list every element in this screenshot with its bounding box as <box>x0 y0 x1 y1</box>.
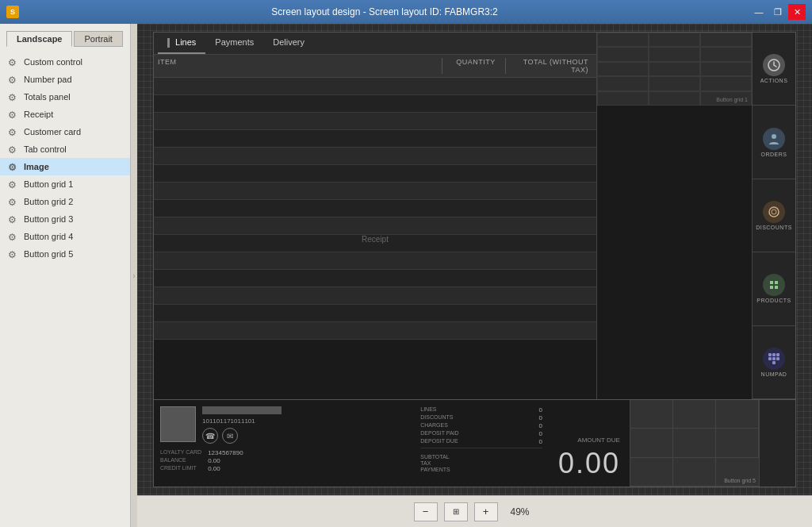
sidebar-item-btn-grid-2[interactable]: ⚙ Button grid 2 <box>0 193 130 210</box>
credit-limit-value: 0.00 <box>208 465 408 472</box>
col-total: TOTAL (WITHOUT TAX) <box>505 58 592 74</box>
balance-value: 0.00 <box>208 457 408 464</box>
view-tabs: Landscape Portrait <box>0 28 130 47</box>
sidebar-item-btn-grid-5[interactable]: ⚙ Button grid 5 <box>0 245 130 263</box>
zoom-grid-button[interactable]: ⊞ <box>444 502 468 521</box>
grid-cell[interactable] <box>649 47 700 61</box>
totals-tax-row: TAX <box>420 460 542 466</box>
table-row <box>154 217 596 235</box>
resize-handle[interactable] <box>131 24 137 527</box>
totals-deposit-due-row: DEPOSIT DUE 0 <box>420 438 542 445</box>
email-button[interactable]: ✉ <box>222 428 238 444</box>
totals-subtotal-row: SUBTOTAL <box>420 454 542 460</box>
grid-cell[interactable] <box>700 62 752 76</box>
bottom-grid-cell[interactable]: Button grid 5 <box>716 458 759 487</box>
phone-button[interactable]: ☎ <box>202 428 218 444</box>
discounts-button[interactable]: DISCOUNTS <box>753 179 795 252</box>
receipt-rows: Receipt <box>154 78 596 399</box>
bottom-grid-cell[interactable] <box>630 429 673 457</box>
svg-point-1 <box>772 134 776 139</box>
sidebar-item-number-pad[interactable]: ⚙ Number pad <box>0 71 130 88</box>
grid-cell[interactable] <box>649 91 700 106</box>
grid-cell[interactable] <box>700 76 752 90</box>
table-row <box>154 78 596 95</box>
svg-rect-14 <box>772 361 776 364</box>
sidebar-item-receipt[interactable]: ⚙ Receipt <box>0 106 130 123</box>
button-grid-area: Button grid 1 <box>597 33 752 399</box>
tab-portrait[interactable]: Portrait <box>74 31 122 47</box>
orders-button[interactable]: ORDERS <box>753 106 795 179</box>
totals-payments-row: PAYMENTS <box>420 467 542 472</box>
bottom-grid-inner: Button grid 5 <box>630 400 759 487</box>
grid-cell[interactable] <box>597 33 649 47</box>
bottom-grid-cell[interactable] <box>630 458 673 487</box>
tab-delivery[interactable]: Delivery <box>263 33 314 54</box>
sidebar-item-btn-grid-3[interactable]: ⚙ Button grid 3 <box>0 210 130 228</box>
grid-cell[interactable] <box>700 33 752 47</box>
products-button[interactable]: PRODUCTS <box>753 252 795 325</box>
svg-point-3 <box>772 210 776 214</box>
zoom-plus-button[interactable]: + <box>474 502 498 521</box>
receipt-area: Lines Payments Delivery ITEM QUANTITY TO… <box>154 33 597 399</box>
grid-cell[interactable] <box>649 62 700 76</box>
grid-cell[interactable] <box>597 62 649 76</box>
bottom-area: 101101171011101 ☎ ✉ LOYALTY CARD 1234567… <box>154 399 795 487</box>
sidebar-item-totals-panel[interactable]: ⚙ Totals panel <box>0 88 130 106</box>
charges-value: 0 <box>538 422 542 429</box>
gear-icon: ⚙ <box>8 92 17 102</box>
orders-label: ORDERS <box>761 152 787 157</box>
customer-top: 101101171011101 ☎ ✉ <box>160 406 408 444</box>
customer-avatar <box>160 406 196 442</box>
discounts-label: DISCOUNTS <box>420 414 453 421</box>
payments-label: PAYMENTS <box>420 467 450 472</box>
sidebar-item-custom-control[interactable]: ⚙ Custom control <box>0 53 130 71</box>
grid-cell[interactable] <box>700 47 752 61</box>
totals-deposit-paid-row: DEPOSIT PAID 0 <box>420 430 542 437</box>
products-icon <box>763 274 785 296</box>
tab-landscape[interactable]: Landscape <box>6 31 72 47</box>
receipt-tabs: Lines Payments Delivery <box>154 33 596 55</box>
bottom-grid-cell[interactable] <box>630 400 673 429</box>
svg-rect-12 <box>772 357 776 360</box>
grid-cell[interactable] <box>649 33 700 47</box>
grid-cell[interactable] <box>597 91 649 106</box>
tab-lines[interactable]: Lines <box>158 33 205 54</box>
grid-cell[interactable] <box>597 76 649 90</box>
close-button[interactable]: ✕ <box>788 4 806 20</box>
actions-button[interactable]: ACTIONS <box>753 33 795 106</box>
receipt-placeholder: Receipt <box>362 234 389 243</box>
grid-cell[interactable]: Button grid 1 <box>700 91 752 106</box>
amount-due-label: AMOUNT DUE <box>577 437 620 444</box>
tab-payments[interactable]: Payments <box>205 33 263 54</box>
grid-cell[interactable] <box>649 76 700 90</box>
bottom-grid-cell[interactable] <box>716 400 759 429</box>
svg-rect-9 <box>772 353 776 356</box>
sidebar-item-btn-grid-4[interactable]: ⚙ Button grid 4 <box>0 228 130 245</box>
bottom-grid-cell[interactable] <box>673 429 716 457</box>
bottom-grid-cell[interactable] <box>716 429 759 457</box>
deposit-paid-label: DEPOSIT PAID <box>420 430 458 437</box>
gear-icon: ⚙ <box>8 232 17 241</box>
gear-icon: ⚙ <box>8 249 17 259</box>
sidebar-item-image[interactable]: ⚙ Image <box>0 158 130 175</box>
svg-rect-5 <box>775 281 778 284</box>
sidebar-item-btn-grid-1[interactable]: ⚙ Button grid 1 <box>0 175 130 193</box>
numpad-button[interactable]: NUMPAD <box>753 326 795 399</box>
bottom-grid-cell[interactable] <box>673 400 716 429</box>
minimize-button[interactable]: — <box>750 4 768 20</box>
balance-label: BALANCE <box>160 457 201 464</box>
sidebar-item-tab-control[interactable]: ⚙ Tab control <box>0 140 130 158</box>
numpad-icon <box>763 348 785 370</box>
table-row <box>154 148 596 165</box>
restore-button[interactable]: ❐ <box>769 4 787 20</box>
loyalty-card-value: 1234567890 <box>208 449 408 456</box>
totals-discounts-row: DISCOUNTS 0 <box>420 414 542 421</box>
zoom-level-display: 49% <box>504 506 536 517</box>
sidebar-item-customer-card[interactable]: ⚙ Customer card <box>0 123 130 140</box>
subtotal-label: SUBTOTAL <box>420 454 449 460</box>
table-row <box>154 113 596 130</box>
bottom-grid-cell[interactable] <box>673 458 716 487</box>
zoom-minus-button[interactable]: − <box>414 502 438 521</box>
grid-cell[interactable] <box>597 47 649 61</box>
loyalty-card-label: LOYALTY CARD <box>160 449 201 456</box>
